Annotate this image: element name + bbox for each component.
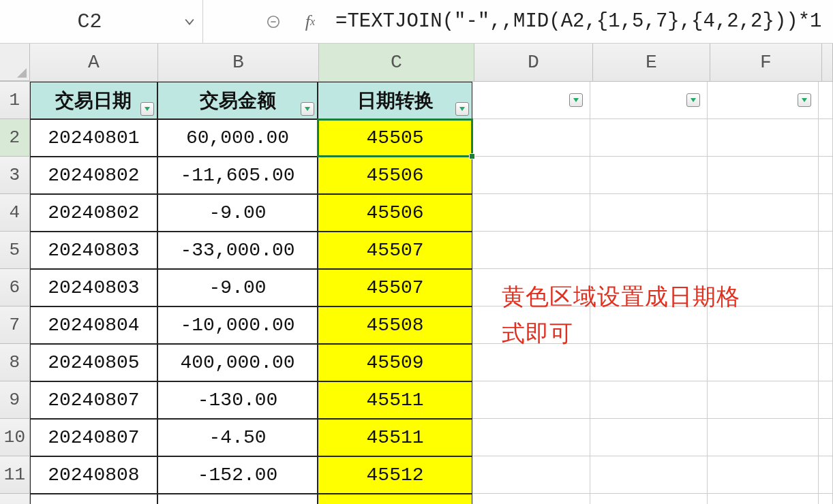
row-header[interactable]: 3	[0, 157, 30, 194]
fx-icon[interactable]: fx	[301, 13, 319, 31]
col-header-f[interactable]: F	[710, 44, 822, 81]
cell[interactable]: 45512	[318, 494, 472, 504]
cell[interactable]	[708, 119, 819, 157]
row-header[interactable]: 8	[0, 344, 30, 381]
cell[interactable]	[708, 232, 819, 269]
selection-handle[interactable]	[469, 153, 475, 159]
cancel-icon[interactable]	[264, 13, 282, 31]
cell[interactable]	[819, 269, 833, 306]
filter-icon[interactable]	[798, 93, 811, 107]
cell[interactable]	[819, 157, 833, 194]
cell[interactable]: 20240805	[30, 344, 157, 381]
cell[interactable]	[590, 456, 707, 494]
col-header-c[interactable]: C	[319, 44, 474, 81]
row-header[interactable]: 6	[0, 269, 30, 306]
cell[interactable]	[590, 419, 707, 456]
cell[interactable]: 20240802	[30, 194, 157, 232]
cell[interactable]: 20240808	[30, 494, 157, 504]
cell[interactable]	[708, 419, 819, 456]
col-header-a[interactable]: A	[30, 44, 158, 81]
row-header[interactable]: 9	[0, 381, 30, 419]
cell[interactable]	[472, 419, 590, 456]
cell[interactable]	[819, 306, 833, 344]
col-header-d[interactable]: D	[474, 44, 593, 81]
filter-icon[interactable]	[569, 93, 583, 107]
filter-icon[interactable]	[686, 93, 700, 107]
cell[interactable]	[819, 119, 833, 157]
cell[interactable]: -152.00	[157, 456, 318, 494]
row-header[interactable]: 7	[0, 306, 30, 344]
cell[interactable]: 20240808	[30, 456, 157, 494]
row-header[interactable]: 10	[0, 419, 30, 456]
cell[interactable]	[590, 494, 707, 504]
name-box-container[interactable]: C2	[0, 0, 203, 43]
name-box[interactable]: C2	[0, 10, 179, 33]
formula-input[interactable]: =TEXTJOIN("-",,MID(A2,{1,5,7},{4,2,2}))*…	[333, 10, 833, 33]
cell[interactable]	[472, 232, 590, 269]
cell[interactable]	[472, 456, 590, 494]
cell[interactable]: -9.00	[157, 194, 318, 232]
cell-f1[interactable]	[708, 82, 819, 119]
header-cell-b[interactable]: 交易金额	[157, 82, 318, 119]
cell[interactable]: 20240804	[30, 306, 157, 344]
cell[interactable]: 45511	[318, 419, 472, 456]
filter-icon[interactable]	[455, 102, 469, 116]
cell[interactable]: 20240803	[30, 232, 157, 269]
cell[interactable]	[819, 194, 833, 232]
cell-g1[interactable]	[819, 82, 833, 119]
col-header-b[interactable]: B	[158, 44, 319, 81]
cell[interactable]: -11,605.00	[157, 157, 318, 194]
cell[interactable]: 20240807	[30, 381, 157, 419]
cell[interactable]	[472, 381, 590, 419]
row-header-1[interactable]: 1	[0, 82, 30, 119]
cell[interactable]: -4.50	[157, 419, 318, 456]
cell[interactable]	[708, 194, 819, 232]
cell[interactable]	[708, 157, 819, 194]
cell[interactable]	[590, 194, 707, 232]
cell[interactable]: 45505	[318, 119, 472, 157]
cell[interactable]	[590, 232, 707, 269]
cell[interactable]	[708, 381, 819, 419]
filter-icon[interactable]	[301, 102, 314, 116]
cell[interactable]	[590, 119, 707, 157]
row-header[interactable]: 5	[0, 232, 30, 269]
cell[interactable]: 45511	[318, 381, 472, 419]
cell[interactable]	[819, 419, 833, 456]
cell[interactable]: -33,000.00	[157, 232, 318, 269]
cell-d1[interactable]	[472, 82, 590, 119]
cell[interactable]: 60,000.00	[157, 119, 318, 157]
row-header[interactable]: 2	[0, 119, 30, 157]
cell[interactable]: 45512	[318, 456, 472, 494]
cell[interactable]	[472, 157, 590, 194]
cell[interactable]	[819, 456, 833, 494]
cell[interactable]: -4.50	[157, 494, 318, 504]
cell[interactable]	[472, 494, 590, 504]
select-all-corner[interactable]	[0, 44, 30, 81]
col-header-e[interactable]: E	[593, 44, 710, 81]
cell[interactable]: -130.00	[157, 381, 318, 419]
row-header[interactable]: 4	[0, 194, 30, 232]
chevron-down-icon[interactable]	[185, 17, 194, 27]
col-header-g[interactable]	[822, 44, 833, 81]
cell[interactable]: 400,000.00	[157, 344, 318, 381]
cell[interactable]	[472, 119, 590, 157]
cell[interactable]: 20240807	[30, 419, 157, 456]
cell[interactable]: 45506	[318, 194, 472, 232]
filter-icon[interactable]	[140, 102, 154, 116]
cell[interactable]: 20240803	[30, 269, 157, 306]
cell[interactable]: 45506	[318, 157, 472, 194]
cell[interactable]: 45508	[318, 306, 472, 344]
cell[interactable]: 45507	[318, 269, 472, 306]
row-header[interactable]: 12	[0, 494, 30, 504]
cell[interactable]: -9.00	[157, 269, 318, 306]
cell[interactable]	[819, 381, 833, 419]
cell[interactable]	[819, 344, 833, 381]
cell[interactable]: 45509	[318, 344, 472, 381]
cell[interactable]: 20240802	[30, 157, 157, 194]
cell[interactable]: -10,000.00	[157, 306, 318, 344]
header-cell-c[interactable]: 日期转换	[318, 82, 472, 119]
cell[interactable]	[819, 232, 833, 269]
cell-e1[interactable]	[590, 82, 707, 119]
cell[interactable]	[708, 494, 819, 504]
cell[interactable]	[590, 157, 707, 194]
